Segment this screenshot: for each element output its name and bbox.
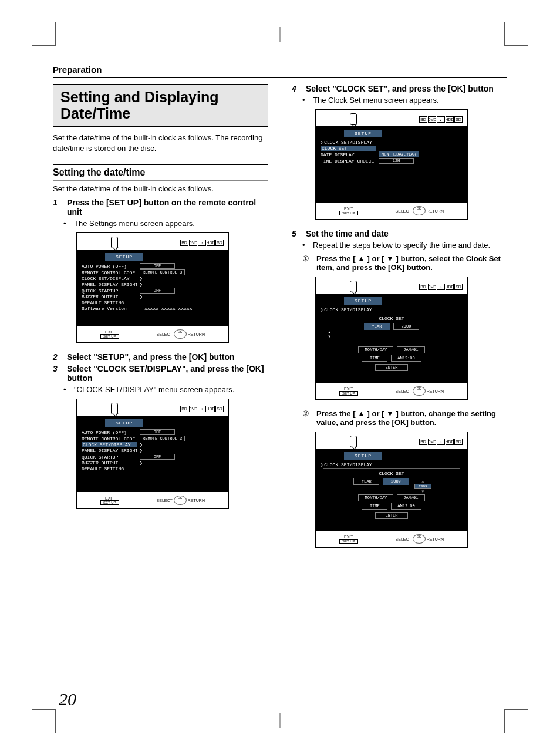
sub-desc: Set the date/time of the built-in clock …	[53, 184, 268, 193]
step-bullet: "CLOCK SET/DISPLAY" menu screen appears.	[63, 385, 268, 394]
step-2: 2 Select "SETUP", and press the [OK] but…	[53, 352, 268, 362]
osd-screenshot-setup: BDDVD♪HDDSD SETUP AUTO POWER (OFF)OFFREM…	[76, 232, 229, 343]
osd-footer: EXITSET UP SELECTRETURN	[77, 326, 228, 342]
crop-mark	[32, 709, 56, 733]
remote-icon	[111, 403, 118, 414]
right-column: 4 Select "CLOCK SET", and press the [OK]…	[292, 84, 507, 557]
osd-screenshot-clock-display: BDDVD♪HDDSD SETUP CLOCK SET/DISPLAY CLOC…	[315, 109, 468, 220]
crop-mark	[504, 22, 528, 46]
media-icons: BDDVD♪HDDSD	[180, 240, 224, 246]
step-number: 1	[53, 198, 61, 217]
crop-mark	[280, 27, 281, 42]
step-1: 1 Press the [SET UP] button on the remot…	[53, 198, 268, 217]
remote-icon	[350, 436, 357, 447]
remote-icon	[111, 237, 118, 248]
intro-text: Set the date/time of the built-in clock …	[53, 133, 268, 153]
spinner-icon: ▲▼	[326, 331, 332, 346]
title-box: Setting and Displaying Date/Time	[53, 84, 268, 127]
step-bullet: The Settings menu screen appears.	[63, 219, 268, 228]
page-title: Setting and Displaying Date/Time	[60, 89, 261, 122]
remote-icon	[350, 281, 357, 292]
osd-screenshot-clock-set: BDDVD♪HDDSD SETUP CLOCK SET/DISPLAY CLOC…	[315, 277, 468, 400]
substep-2: ② Press the [ ▲ ] or [ ▼ ] button, chang…	[302, 409, 507, 427]
manual-page: Preparation Setting and Displaying Date/…	[0, 0, 560, 755]
adjust-spinner-icon: △2009▽	[414, 479, 431, 494]
substep-1: ① Press the [ ▲ ] or [ ▼ ] button, selec…	[302, 254, 507, 272]
osd-screenshot-setup-hl: BDDVD♪HDDSD SETUP AUTO POWER (OFF)OFFREM…	[76, 399, 229, 509]
step-bullet: Repeat the steps below to specify the ti…	[302, 241, 507, 250]
section-heading: Preparation	[53, 65, 507, 78]
joystick-icon	[174, 329, 187, 339]
step-text: Press the [SET UP] button on the remote …	[67, 198, 268, 217]
page-number: 20	[59, 689, 76, 709]
step-5: 5 Set the time and date	[292, 229, 507, 238]
osd-screenshot-clock-adjust: BDDVD♪HDDSD SETUP CLOCK SET/DISPLAY CLOC…	[315, 432, 468, 548]
step-3: 3 Select "CLOCK SET/DISPLAY", and press …	[53, 364, 268, 383]
crop-mark	[32, 22, 56, 46]
step-4: 4 Select "CLOCK SET", and press the [OK]…	[292, 84, 507, 93]
remote-icon	[350, 113, 357, 125]
subheading: Setting the date/time	[53, 164, 268, 181]
step-bullet: The Clock Set menu screen appears.	[302, 96, 507, 105]
crop-mark	[280, 713, 281, 728]
osd-tab: SETUP	[105, 253, 143, 261]
crop-mark	[504, 709, 528, 733]
left-column: Setting and Displaying Date/Time Set the…	[53, 84, 268, 557]
